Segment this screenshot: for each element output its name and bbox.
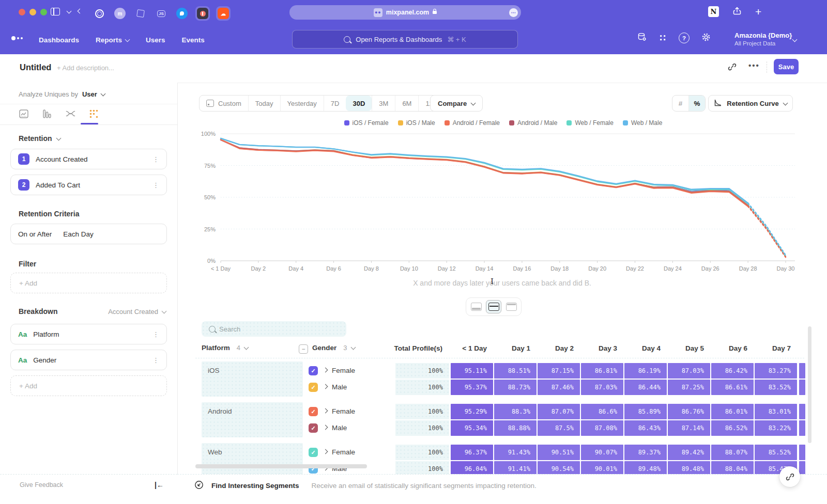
tab-funnels-icon[interactable]	[42, 108, 52, 119]
back-icon[interactable]	[78, 9, 83, 14]
kebab-menu-icon[interactable]: ⋮	[152, 330, 159, 338]
minimize-window-icon[interactable]	[29, 9, 36, 15]
nav-item-reports[interactable]: Reports	[96, 32, 129, 48]
count-unit-button[interactable]: #	[672, 96, 688, 111]
criteria-each-day[interactable]: Each Day	[63, 230, 94, 238]
range-30d[interactable]: 30D	[346, 96, 372, 111]
legend-item[interactable]: Web / Female	[566, 119, 613, 127]
breakdown-label[interactable]: Gender	[33, 356, 146, 364]
tab-retention-icon[interactable]	[88, 108, 99, 119]
notion-icon[interactable]: N	[708, 6, 719, 17]
data-management-icon[interactable]	[637, 32, 647, 44]
breakdown-platform[interactable]: AaPlatform⋮	[10, 324, 167, 344]
copy-link-icon[interactable]	[728, 62, 737, 73]
more-options-icon[interactable]: •••	[748, 61, 760, 70]
report-title[interactable]: Untitled	[20, 62, 51, 72]
range-custom[interactable]: Custom	[200, 96, 248, 111]
soundcloud-icon[interactable]: ☁	[218, 8, 229, 19]
horizontal-scrollbar[interactable]	[195, 464, 367, 468]
nav-item-events[interactable]: Events	[182, 32, 205, 48]
compare-button[interactable]: Compare	[430, 95, 483, 112]
tab-insights-icon[interactable]	[19, 108, 29, 119]
filter-add-button[interactable]: + Add	[10, 273, 167, 293]
breakdown-add-button[interactable]: + Add	[10, 375, 167, 396]
layout-table-only[interactable]	[503, 300, 519, 313]
criteria-on-or-after[interactable]: On or After	[18, 230, 52, 238]
cube-icon[interactable]	[135, 8, 146, 19]
red-app-icon[interactable]	[197, 8, 208, 19]
extensions-icon[interactable]: ⋯	[509, 8, 518, 17]
project-switcher[interactable]: Amazonia {Demo} All Project Data	[734, 32, 792, 48]
help-icon[interactable]: ?	[679, 33, 690, 43]
breakdown-scope-dropdown[interactable]: Account Created	[108, 308, 166, 316]
share-icon[interactable]	[732, 6, 742, 17]
layout-chart-and-table[interactable]	[486, 300, 501, 313]
retention-step-2[interactable]: 2Added To Cart⋮	[10, 175, 167, 195]
platform-column-header[interactable]: Platform4	[202, 344, 248, 352]
settings-gear-icon[interactable]	[701, 32, 711, 44]
breakdown-gender[interactable]: AaGender⋮	[10, 350, 167, 370]
expand-row-icon[interactable]	[323, 449, 328, 454]
give-feedback-link[interactable]: Give Feedback	[20, 481, 63, 489]
range-7d[interactable]: 7D	[324, 96, 346, 111]
new-tab-icon[interactable]: +	[755, 6, 761, 17]
percent-unit-button[interactable]: %	[688, 96, 705, 111]
series-checkbox[interactable]: ✓	[309, 366, 318, 375]
vertical-scrollbar[interactable]	[808, 326, 811, 443]
step-event-label[interactable]: Added To Cart	[36, 181, 146, 189]
nav-item-users[interactable]: Users	[146, 32, 165, 48]
table-search-input[interactable]	[202, 321, 346, 337]
range-today[interactable]: Today	[248, 96, 280, 111]
legend-item[interactable]: Android / Male	[509, 119, 557, 127]
chart-type-dropdown[interactable]: Retention Curve	[708, 95, 793, 112]
collapse-sidebar-icon[interactable]: |←	[155, 481, 164, 489]
window-controls[interactable]	[19, 9, 51, 15]
step-event-label[interactable]: Account Created	[36, 155, 146, 163]
tab-flows-icon[interactable]	[65, 108, 75, 119]
sidebar-toggle-icon[interactable]	[51, 8, 60, 15]
legend-item[interactable]: Web / Male	[623, 119, 662, 127]
expand-row-icon[interactable]	[323, 408, 328, 414]
analyze-value-dropdown[interactable]: User	[82, 90, 97, 98]
legend-item[interactable]: iOS / Male	[398, 119, 435, 127]
kebab-menu-icon[interactable]: ⋮	[152, 155, 159, 163]
add-description[interactable]: + Add description...	[57, 64, 114, 72]
chevron-down-icon[interactable]	[67, 9, 72, 14]
close-window-icon[interactable]	[19, 9, 25, 15]
save-button[interactable]: Save	[774, 59, 799, 74]
series-checkbox[interactable]: ✓	[309, 423, 318, 433]
mixpanel-logo[interactable]	[11, 36, 23, 40]
globe-bird-icon[interactable]	[176, 8, 188, 19]
nav-item-dashboards[interactable]: Dashboards	[39, 32, 79, 48]
range-3m[interactable]: 3M	[372, 96, 395, 111]
expand-row-icon[interactable]	[323, 368, 328, 373]
legend-item[interactable]: iOS / Female	[344, 119, 389, 127]
series-checkbox[interactable]: ✓	[309, 383, 318, 392]
kebab-menu-icon[interactable]: ⋮	[152, 181, 159, 189]
chevron-down-icon[interactable]	[792, 37, 798, 42]
legend-item[interactable]: Android / Female	[445, 119, 500, 127]
segments-title[interactable]: Find Interesting Segments	[211, 482, 299, 490]
breakdown-label[interactable]: Platform	[33, 330, 146, 338]
apps-grid-icon[interactable]	[658, 34, 667, 42]
kebab-menu-icon[interactable]: ⋮	[152, 356, 159, 364]
expand-row-icon[interactable]	[323, 425, 328, 430]
floating-share-button[interactable]	[779, 466, 800, 487]
js-icon[interactable]: JS	[156, 8, 167, 19]
series-checkbox[interactable]: ✓	[309, 448, 318, 457]
gender-select-all-checkbox[interactable]: −	[299, 344, 308, 354]
expand-row-icon[interactable]	[323, 384, 328, 389]
zoom-window-icon[interactable]	[40, 9, 47, 15]
retention-step-1[interactable]: 1Account Created⋮	[10, 149, 167, 169]
range-yesterday[interactable]: Yesterday	[280, 96, 324, 111]
criteria-card[interactable]: On or After Each Day	[10, 224, 167, 244]
gender-column-header[interactable]: Gender3	[312, 344, 355, 352]
url-bar[interactable]: ●● mixpanel.com ⋯	[289, 5, 521, 20]
target-icon[interactable]	[94, 8, 105, 19]
range-6m[interactable]: 6M	[395, 96, 418, 111]
retention-line-chart[interactable]: 100%75%50%25%0%< 1 DayDay 2Day 4Day 6Day…	[177, 129, 827, 280]
m-avatar-icon[interactable]: m	[114, 8, 126, 19]
retention-section-header[interactable]: Retention	[19, 134, 60, 143]
series-checkbox[interactable]: ✓	[309, 407, 318, 416]
open-reports-search[interactable]: Open Reports & Dashboards ⌘ + K	[292, 30, 518, 49]
